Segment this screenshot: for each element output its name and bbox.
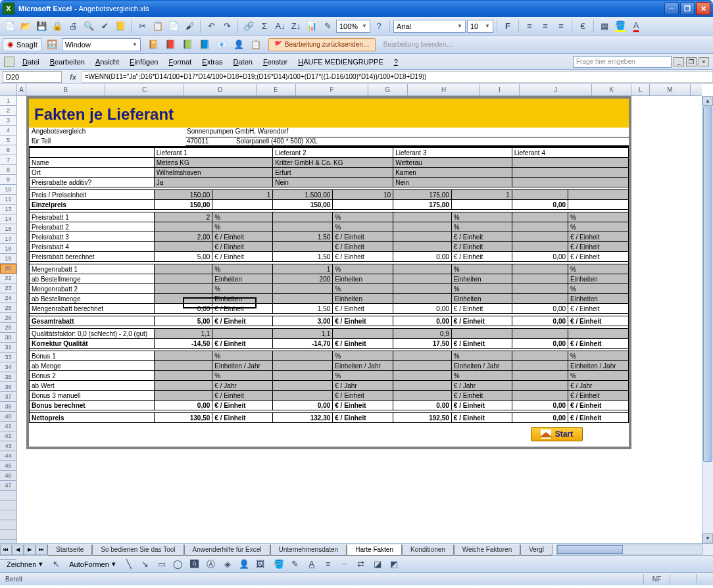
tab-last-icon[interactable]: ⏭: [36, 545, 47, 555]
row-header-37[interactable]: 37: [0, 392, 16, 402]
menu-extras[interactable]: Extras: [197, 56, 228, 68]
save-icon[interactable]: 💾: [34, 19, 49, 34]
formula-input[interactable]: =WENN(D11="Ja";D16*D14/100+D17*D14/100+D…: [82, 71, 713, 83]
review-icon-6[interactable]: 👤: [232, 37, 246, 52]
tab-first-icon[interactable]: ⏮: [0, 545, 12, 555]
sheet-tab[interactable]: Unternehmensdaten: [270, 545, 347, 556]
row-header-23[interactable]: 23: [0, 283, 16, 293]
row-header-34[interactable]: 34: [0, 362, 16, 372]
row-header-10[interactable]: 10: [0, 185, 16, 195]
send-review-button[interactable]: 🚩 Bearbeitung zurücksenden…: [268, 38, 376, 51]
scroll-down-icon[interactable]: ▼: [702, 533, 713, 543]
row-header-19[interactable]: 19: [0, 254, 16, 264]
chart-icon[interactable]: 📊: [305, 19, 319, 34]
sheet-tab[interactable]: Vergl: [520, 545, 553, 556]
diagram-icon[interactable]: ◈: [220, 557, 235, 572]
help-icon[interactable]: ?: [372, 19, 386, 34]
print-icon[interactable]: 🖨: [66, 19, 80, 34]
currency-icon[interactable]: €: [576, 19, 590, 34]
select-objects-icon[interactable]: ↖: [49, 557, 63, 572]
row-header-43[interactable]: 43: [0, 441, 16, 451]
row-header-25[interactable]: 25: [0, 303, 16, 313]
hyperlink-icon[interactable]: 🔗: [241, 19, 256, 34]
vscroll-thumb[interactable]: [703, 107, 712, 462]
menu-bearbeiten[interactable]: Bearbeiten: [45, 56, 90, 68]
workbook-icon[interactable]: [4, 57, 14, 67]
row-header-7[interactable]: 7: [0, 155, 16, 165]
cut-icon[interactable]: ✂: [135, 19, 149, 34]
snagit-region-select[interactable]: Window▼: [62, 38, 141, 51]
fontcolor-icon[interactable]: A: [629, 19, 643, 34]
zoom-select[interactable]: 100%▼: [336, 20, 370, 33]
3d-icon[interactable]: ◩: [387, 557, 401, 572]
menu-fenster[interactable]: Fenster: [258, 56, 293, 68]
row-header-33[interactable]: 33: [0, 353, 16, 362]
col-header-E[interactable]: E: [257, 84, 296, 95]
sort-desc-icon[interactable]: Z↓: [289, 19, 303, 34]
clipart-icon[interactable]: 👤: [237, 557, 251, 572]
col-header-C[interactable]: C: [105, 84, 184, 95]
research-icon[interactable]: 📒: [113, 19, 128, 34]
drawing-icon[interactable]: ✎: [320, 19, 335, 34]
spellcheck-icon[interactable]: ✔: [97, 19, 112, 34]
autosum-icon[interactable]: Σ: [257, 19, 272, 34]
row-header-3[interactable]: 3: [0, 116, 16, 126]
column-headers[interactable]: ABCDEFGHIJKLM: [0, 84, 702, 96]
row-header-11[interactable]: 11: [0, 195, 16, 205]
review-icon-5[interactable]: 📧: [214, 37, 229, 52]
arrow-icon[interactable]: ↘: [138, 557, 153, 572]
tab-prev-icon[interactable]: ◀: [12, 545, 24, 555]
row-header-35[interactable]: 35: [0, 372, 16, 382]
menu-datei[interactable]: Datei: [17, 56, 45, 68]
worksheet-cells[interactable]: Fakten je Lieferant Angebotsvergleich So…: [17, 96, 702, 543]
align-center-icon[interactable]: ≡: [538, 19, 553, 34]
row-header-31[interactable]: 31: [0, 343, 16, 353]
subtitle2-value[interactable]: 470011 Solarpanell (400 * 500) XXL: [185, 137, 629, 146]
sheet-tab[interactable]: Anwenderhilfe für Excel: [184, 545, 270, 556]
row-header-14[interactable]: 14: [0, 214, 16, 224]
fontcolor2-icon[interactable]: A: [305, 557, 319, 572]
row-header-46[interactable]: 46: [0, 471, 16, 481]
menu-[interactable]: ?: [389, 56, 403, 68]
menu-daten[interactable]: Daten: [228, 56, 258, 68]
ask-question-input[interactable]: Frage hier eingeben: [573, 56, 672, 68]
review-icon-2[interactable]: 📕: [163, 37, 178, 52]
hscroll-thumb[interactable]: [557, 545, 623, 554]
row-header-38[interactable]: 38: [0, 402, 16, 412]
open-icon[interactable]: 📂: [18, 19, 33, 34]
menu-format[interactable]: Format: [163, 56, 197, 68]
dash-icon[interactable]: ┈: [337, 557, 352, 572]
copy-icon[interactable]: 📋: [151, 19, 165, 34]
row-header-30[interactable]: 30: [0, 333, 16, 343]
shadow-icon[interactable]: ◪: [370, 557, 385, 572]
col-header-A[interactable]: A: [17, 84, 26, 95]
borders-icon[interactable]: ▦: [597, 19, 612, 34]
name-box[interactable]: D20: [3, 71, 62, 83]
sort-asc-icon[interactable]: A↓: [273, 19, 287, 34]
review-icon-7[interactable]: 📋: [249, 37, 263, 52]
col-header-K[interactable]: K: [592, 84, 631, 95]
linecolor-icon[interactable]: ✎: [288, 557, 303, 572]
oval-icon[interactable]: ◯: [171, 557, 185, 572]
start-button[interactable]: Start: [531, 427, 583, 441]
mdi-restore[interactable]: ❐: [686, 57, 697, 66]
supplier-table[interactable]: Lieferant 1Lieferant 2Lieferant 3Liefera…: [29, 147, 629, 423]
resize-grip[interactable]: ⋰: [696, 574, 708, 585]
col-header-J[interactable]: J: [520, 84, 592, 95]
row-header-4[interactable]: 4: [0, 126, 16, 135]
maximize-button[interactable]: ❐: [680, 2, 695, 15]
row-header-41[interactable]: 41: [0, 422, 16, 431]
row-header-18[interactable]: 18: [0, 244, 16, 254]
end-review-button[interactable]: Bearbeitung beenden…: [378, 41, 458, 48]
sheet-tab[interactable]: Weiche Faktoren: [454, 545, 520, 556]
row-header-20[interactable]: 20: [0, 264, 16, 274]
row-header-9[interactable]: 9: [0, 175, 16, 185]
row-header-44[interactable]: 44: [0, 451, 16, 461]
paste-icon[interactable]: 📄: [166, 19, 181, 34]
tab-next-icon[interactable]: ▶: [24, 545, 36, 555]
align-left-icon[interactable]: ≡: [522, 19, 537, 34]
snagit-window-icon[interactable]: 🪟: [45, 37, 59, 52]
picture-icon[interactable]: 🖼: [253, 557, 268, 572]
scroll-up-icon[interactable]: ▲: [702, 96, 713, 106]
preview-icon[interactable]: 🔍: [82, 19, 96, 34]
